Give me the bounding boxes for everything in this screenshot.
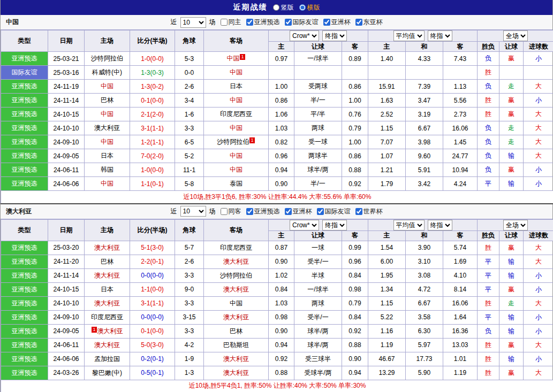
odds-home: 0.84 <box>269 282 294 296</box>
away-team-name: 中国 <box>230 68 243 76</box>
result-wdl: 负 <box>478 135 499 149</box>
filter-checkbox-世界杯[interactable]: 世界杯 <box>355 207 383 216</box>
score: 5-1(3-0) <box>130 241 175 255</box>
fulltime-header: 全场 <box>478 219 553 230</box>
home-team: 巴林 <box>85 255 130 268</box>
odds-source-select[interactable]: Crow* <box>290 220 319 230</box>
checkbox-input[interactable] <box>317 208 324 215</box>
odds-handicap: 受半/一 <box>294 310 342 324</box>
away-team: 中国 <box>204 94 269 107</box>
checkbox-input[interactable] <box>246 208 253 215</box>
filter-checkbox-亚洲预选[interactable]: 亚洲预选 <box>246 18 280 27</box>
away-team-name: 中国 <box>230 152 243 159</box>
layout-option-vertical[interactable]: 竖版 <box>273 3 294 12</box>
vertical-layout-radio[interactable] <box>273 4 279 11</box>
match-type: 亚洲预选 <box>1 163 48 177</box>
checkbox-input[interactable] <box>323 19 330 26</box>
score: 1-3(0-3) <box>130 66 175 80</box>
fulltime-select[interactable]: 全场 <box>503 220 528 230</box>
home-team-name: 澳大利亚 <box>94 341 120 349</box>
match-row: 亚洲预选25-03-20澳大利亚5-1(3-0)5-7印度尼西亚0.87一球0.… <box>1 241 553 255</box>
away-team: 澳大利亚 <box>204 282 269 296</box>
avg-home: 1.15 <box>368 121 406 135</box>
filter-checkbox-同主[interactable]: 同主 <box>221 18 241 27</box>
avg-home: 15.91 <box>368 80 406 94</box>
match-row: 亚洲预选24-09-10印度尼西亚0-0(0-0)3-15澳大利亚0.98受半/… <box>1 310 553 324</box>
odds-final-select[interactable]: 终指 <box>322 220 347 230</box>
checkbox-input[interactable] <box>221 208 228 215</box>
avg-draw: 6.67 <box>406 296 443 310</box>
match-date: 25-03-16 <box>48 66 85 80</box>
odds-handicap: 受两球 <box>294 80 342 94</box>
over-under-result: 小 <box>524 282 553 296</box>
home-team-name: 日本 <box>101 152 113 159</box>
match-date: 24-09-10 <box>48 310 85 324</box>
avg-home: 1.40 <box>368 52 406 66</box>
avg-source-select[interactable]: 平均值 <box>393 220 425 230</box>
checkbox-input[interactable] <box>355 19 362 26</box>
odds-final-select[interactable]: 终指 <box>322 30 347 41</box>
games-count-select[interactable]: 10 <box>180 206 206 217</box>
match-date: 24-10-10 <box>48 296 85 310</box>
checkbox-input[interactable] <box>246 19 253 26</box>
odds-source-select[interactable]: Crow* <box>290 30 319 41</box>
away-team: 巴勒斯坦 <box>204 338 269 352</box>
fulltime-select[interactable]: 全场 <box>503 30 528 41</box>
avg-final-select[interactable]: 终指 <box>428 30 452 41</box>
horizontal-layout-radio[interactable] <box>299 4 306 11</box>
sub-header: 主 <box>269 42 294 52</box>
corner-score: 4-2 <box>175 338 204 352</box>
checkbox-input[interactable] <box>285 19 292 26</box>
filter-checkbox-国际友谊[interactable]: 国际友谊 <box>317 207 351 216</box>
avg-final-select[interactable]: 终指 <box>428 220 452 230</box>
odds-home: 1.00 <box>269 80 294 94</box>
checkbox-input[interactable] <box>221 19 228 26</box>
team-name: 澳大利亚 <box>6 207 32 216</box>
filter-checkbox-亚洲杯[interactable]: 亚洲杯 <box>285 207 312 216</box>
odds-home: 0.87 <box>269 241 294 255</box>
section-filter-bar: 中国近10场同主亚洲预选国际友谊亚洲杯东亚杯 <box>1 15 552 30</box>
checkbox-input[interactable] <box>285 208 292 215</box>
match-type: 亚洲预选 <box>1 241 48 255</box>
filter-checkbox-亚洲预选[interactable]: 亚洲预选 <box>246 207 280 216</box>
corner-score: 5-3 <box>175 52 204 66</box>
odds-source-header: Crow*终指 <box>269 219 368 230</box>
home-team-name: 澳大利亚 <box>97 327 123 335</box>
avg-draw: 3.90 <box>406 241 443 255</box>
layout-option-horizontal[interactable]: 横版 <box>299 3 320 12</box>
home-team: 黎巴嫩(中) <box>85 366 130 380</box>
handicap-result: 输 <box>499 255 524 268</box>
filter-checkbox-国际友谊[interactable]: 国际友谊 <box>285 18 319 27</box>
avg-source-select[interactable]: 平均值 <box>393 30 425 41</box>
sections-container: 中国近10场同主亚洲预选国际友谊亚洲杯东亚杯类型日期主场比分(半场)角球客场Cr… <box>1 15 552 392</box>
home-team: 1澳大利亚 <box>85 324 130 338</box>
avg-draw: 4.33 <box>406 52 443 66</box>
column-header: 比分(半场) <box>130 30 175 52</box>
odds-away: 0.86 <box>342 149 368 163</box>
games-count-select[interactable]: 10 <box>180 17 206 28</box>
match-date: 24-09-05 <box>48 149 85 163</box>
avg-away: 1.01 <box>443 352 478 366</box>
summary-row: 近10场,胜5平4负1, 胜率:50% 让胜率:40% 大率:50% 单率:30… <box>1 380 553 392</box>
filter-near-label: 近 <box>171 207 177 216</box>
vertical-layout-label: 竖版 <box>281 3 294 12</box>
avg-away: 16.06 <box>443 121 478 135</box>
away-team-name: 中国 <box>226 55 239 62</box>
checkbox-label: 国际友谊 <box>293 18 319 27</box>
checkbox-input[interactable] <box>355 208 362 215</box>
filter-checkbox-东亚杯[interactable]: 东亚杯 <box>355 18 383 27</box>
handicap-result: 输 <box>499 268 524 282</box>
sub-header: 主 <box>269 230 294 241</box>
match-type: 亚洲预选 <box>1 324 48 338</box>
away-team-name: 沙特阿拉伯 <box>220 272 252 279</box>
avg-draw: 6.30 <box>406 324 443 338</box>
page: 近期战绩 竖版 横版 中国近10场同主亚洲预选国际友谊亚洲杯东亚杯类型日期主场比… <box>0 0 553 392</box>
red-card-badge: 1 <box>92 327 96 333</box>
filter-checkbox-同客[interactable]: 同客 <box>221 207 241 216</box>
column-header: 比分(半场) <box>130 219 175 241</box>
result-wdl: 胜 <box>478 241 499 255</box>
filter-checkbox-亚洲杯[interactable]: 亚洲杯 <box>323 18 351 27</box>
score: 1-0(0-0) <box>130 163 175 177</box>
away-team: 中国 <box>204 121 269 135</box>
away-team-name: 澳大利亚 <box>223 355 249 363</box>
